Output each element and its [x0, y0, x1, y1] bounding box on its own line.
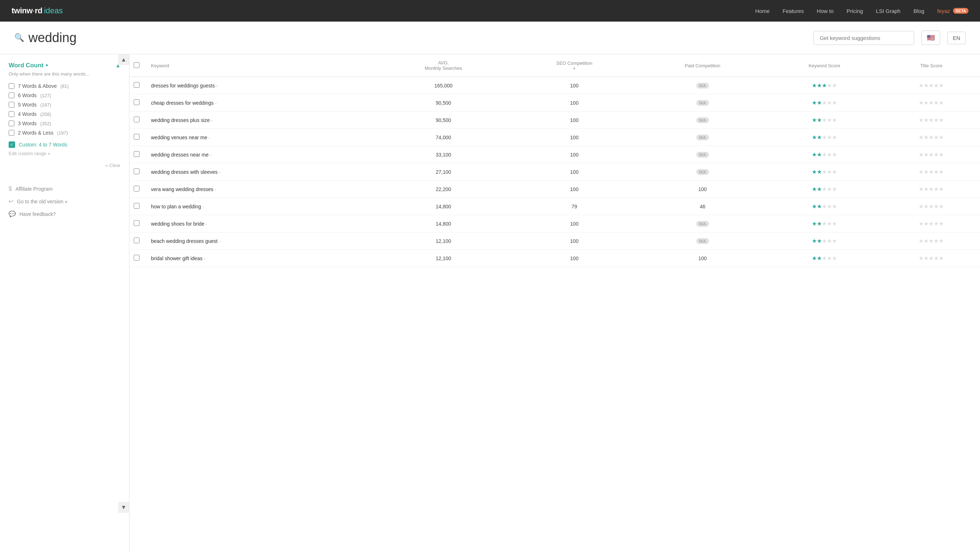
- external-link-icon[interactable]: ▫: [202, 205, 204, 209]
- avg-monthly-cell: 33,100: [377, 146, 510, 163]
- title-score-label: Title Score: [920, 63, 943, 69]
- custom-checkbox-icon: ✓: [9, 141, 15, 148]
- star-empty: ★: [934, 220, 939, 227]
- star-filled: ★: [817, 169, 822, 175]
- paid-competition-cell: N/A: [639, 77, 767, 94]
- word-count-3-checkbox[interactable]: [9, 121, 14, 126]
- navbar: twinw·rd ideas Home Features How to Pric…: [0, 0, 980, 22]
- keyword-cell: dresses for weddings guests ▫: [144, 77, 377, 94]
- word-count-6-label: 6 Words: [18, 93, 37, 98]
- nav-lsigraph[interactable]: LSI Graph: [876, 8, 900, 14]
- external-link-icon[interactable]: ▫: [215, 101, 216, 105]
- row-checkbox-7[interactable]: [134, 203, 140, 209]
- star-empty: ★: [924, 238, 929, 244]
- word-count-4-checkbox[interactable]: [9, 111, 14, 117]
- star-empty: ★: [918, 255, 924, 261]
- star-empty: ★: [822, 152, 827, 158]
- row-checkbox-8[interactable]: [134, 220, 140, 226]
- header-seo-competition[interactable]: SEO Competition ▼: [510, 54, 639, 77]
- row-checkbox-6[interactable]: [134, 186, 140, 191]
- nav-blog[interactable]: Blog: [913, 8, 924, 14]
- custom-word-count-option[interactable]: ✓ Custom: 4 to 7 Words: [9, 141, 121, 148]
- star-empty: ★: [939, 152, 944, 158]
- external-link-icon[interactable]: ▫: [219, 170, 220, 174]
- avg-monthly-cell: 90,500: [377, 94, 510, 112]
- star-empty: ★: [918, 152, 924, 158]
- star-empty: ★: [827, 117, 832, 123]
- keyword-table: Keyword AVG.Monthly Searches SEO Competi…: [129, 54, 980, 267]
- word-count-7plus-checkbox[interactable]: [9, 83, 14, 89]
- word-count-2less[interactable]: 2 Words & Less (197): [9, 130, 121, 136]
- clear-filter[interactable]: « Clear: [105, 163, 121, 168]
- keyword-cell: beach wedding dresses guest ▫: [144, 233, 377, 250]
- paid-competition-cell: N/A: [639, 215, 767, 233]
- logo-ideas: ideas: [44, 6, 63, 16]
- lang-code-selector[interactable]: EN: [947, 32, 966, 44]
- search-input[interactable]: [813, 31, 914, 45]
- row-checkbox-4[interactable]: [134, 151, 140, 157]
- header-paid-competition[interactable]: Paid Competition: [639, 54, 767, 77]
- table-row: wedding dresses plus size ▫90,500100N/A★…: [129, 112, 980, 129]
- external-link-icon[interactable]: ▫: [216, 84, 218, 88]
- external-link-icon[interactable]: ▫: [215, 187, 216, 192]
- lang-flag-selector[interactable]: 🇺🇸: [921, 30, 940, 45]
- external-link-icon[interactable]: ▫: [219, 239, 220, 244]
- row-checkbox-2[interactable]: [134, 116, 140, 122]
- word-count-2less-checkbox[interactable]: [9, 130, 14, 136]
- header-keyword-score[interactable]: Keyword Score: [767, 54, 883, 77]
- external-link-icon[interactable]: ▫: [206, 222, 207, 227]
- seo-competition-sort-icon: ▼: [573, 67, 576, 70]
- nav-home[interactable]: Home: [755, 8, 770, 14]
- row-checkbox-1[interactable]: [134, 99, 140, 105]
- search-query-wrap: 🔍 wedding: [14, 30, 807, 45]
- sidebar-scroll-down[interactable]: ▼: [118, 502, 129, 513]
- word-count-6[interactable]: 6 Words (127): [9, 93, 121, 98]
- nav-features[interactable]: Features: [783, 8, 804, 14]
- na-badge: N/A: [696, 169, 709, 175]
- star-empty: ★: [929, 117, 934, 123]
- nav-howto[interactable]: How to: [817, 8, 834, 14]
- external-link-icon[interactable]: ▫: [204, 257, 205, 261]
- word-count-4[interactable]: 4 Words (258): [9, 111, 121, 117]
- table-row: cheap dresses for weddings ▫90,500100N/A…: [129, 94, 980, 112]
- external-link-icon[interactable]: ▫: [210, 153, 212, 157]
- row-checkbox-3[interactable]: [134, 134, 140, 140]
- row-checkbox-0[interactable]: [134, 82, 140, 88]
- word-count-7plus[interactable]: 7 Words & Above (81): [9, 83, 121, 89]
- word-count-6-checkbox[interactable]: [9, 93, 14, 98]
- star-empty: ★: [918, 169, 924, 175]
- star-filled: ★: [817, 186, 822, 192]
- feedback-link[interactable]: 💬 Have feedback?: [9, 207, 121, 220]
- external-link-icon[interactable]: ▫: [208, 136, 210, 140]
- keyword-text: how to plan a wedding: [151, 204, 201, 209]
- title-score-cell: ★★★★★: [883, 112, 980, 129]
- row-checkbox-10[interactable]: [134, 255, 140, 260]
- external-link-icon[interactable]: ▫: [211, 118, 212, 123]
- word-count-5-checkbox[interactable]: [9, 102, 14, 108]
- nav-pricing[interactable]: Pricing: [846, 8, 863, 14]
- header-title-score[interactable]: Title Score: [883, 54, 980, 77]
- word-count-3[interactable]: 3 Words (352): [9, 121, 121, 126]
- select-all-checkbox[interactable]: [134, 62, 140, 68]
- star-empty: ★: [827, 82, 832, 89]
- old-version-link[interactable]: ↩ Go to the old version »: [9, 195, 121, 207]
- row-checkbox-5[interactable]: [134, 168, 140, 174]
- keyword-table-section: Keyword AVG.Monthly Searches SEO Competi…: [129, 54, 980, 552]
- keyword-score-cell: ★★★★★: [767, 181, 883, 198]
- sidebar: ▲ Word Count • ▲ Only when there are thi…: [0, 54, 129, 552]
- word-count-5[interactable]: 5 Words (187): [9, 102, 121, 108]
- seo-competition-cell: 100: [510, 129, 639, 146]
- header-keyword[interactable]: Keyword: [144, 54, 377, 77]
- beta-badge: BETA: [953, 8, 969, 14]
- star-empty: ★: [822, 238, 827, 244]
- logo: twinw·rd ideas: [11, 6, 63, 16]
- star-empty: ★: [929, 134, 934, 140]
- edit-custom-range[interactable]: Edit custom range »: [9, 151, 121, 156]
- star-empty: ★: [924, 100, 929, 106]
- sidebar-scroll-up[interactable]: ▲: [118, 54, 129, 65]
- row-checkbox-9[interactable]: [134, 238, 140, 243]
- affiliate-program-link[interactable]: $ Affiliate Program: [9, 183, 121, 195]
- title-score-cell: ★★★★★: [883, 146, 980, 163]
- star-empty: ★: [924, 255, 929, 261]
- header-avg-monthly[interactable]: AVG.Monthly Searches: [377, 54, 510, 77]
